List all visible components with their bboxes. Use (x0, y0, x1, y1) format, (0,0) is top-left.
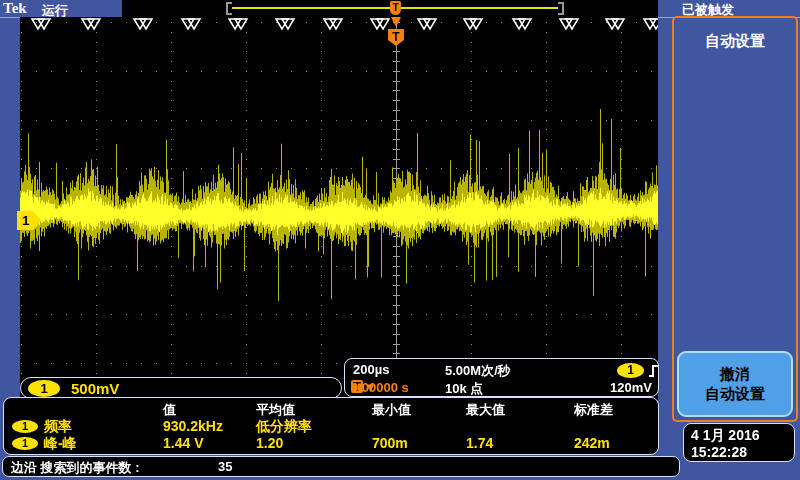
preview-trigger-marker-icon: T (390, 1, 401, 15)
tek-logo: Tek (3, 0, 27, 17)
date-label: 4 1月 2016 (691, 427, 760, 445)
channel1-vertical-scale: 500mV (71, 380, 119, 397)
measurement-mean: 1.20 (256, 435, 283, 451)
undo-autoset-button[interactable]: 撤消 自动设置 (677, 351, 793, 417)
trigger-level: 120mV (610, 380, 652, 395)
time-label: 15:22:28 (691, 444, 747, 460)
menu-title-autoset: 自动设置 (674, 32, 796, 51)
acquisition-preview-strip: T (122, 0, 658, 17)
datetime-box: 4 1月 2016 15:22:28 (683, 423, 795, 462)
measurement-max: 1.74 (466, 435, 493, 451)
channel1-position-label: 1 (22, 213, 29, 228)
search-events-count: 35 (218, 459, 232, 474)
measurement-value: 1.44 V (163, 435, 203, 451)
channel1-badge: 1 (12, 420, 38, 433)
col-header-stddev: 标准差 (574, 401, 613, 419)
record-length: 10k 点 (445, 380, 483, 398)
channel1-badge: 1 (12, 437, 38, 450)
measurement-name: 频率 (44, 418, 72, 436)
measurement-value: 930.2kHz (163, 418, 223, 434)
undo-autoset-label-line1: 撤消 (679, 364, 791, 384)
col-header-mean: 平均值 (256, 401, 295, 419)
measurement-table: 值 平均值 最小值 最大值 标准差 1 频率 930.2kHz 低分辨率 1 峰… (3, 397, 659, 455)
horizontal-scale: 200µs (353, 362, 389, 377)
col-header-value: 值 (163, 401, 176, 419)
oscilloscope-screen: Tek 运行 T 已被触发 1 200µs 5.00M次/秒 1 T→▼0.00… (0, 0, 800, 480)
graticule-canvas (20, 17, 658, 400)
rising-edge-icon (648, 363, 660, 381)
measurement-std: 242m (574, 435, 610, 451)
trigger-position-value: 0.00000 s (351, 380, 409, 395)
side-menu-autoset: 自动设置 撤消 自动设置 (672, 16, 798, 422)
undo-autoset-label-line2: 自动设置 (679, 384, 791, 404)
sample-rate: 5.00M次/秒 (445, 362, 511, 380)
timebase-trigger-box: 200µs 5.00M次/秒 1 T→▼0.00000 s 10k 点 120m… (344, 358, 659, 397)
search-status-bar: 边沿 搜索到的事件数 : 35 (2, 456, 680, 477)
col-header-min: 最小值 (372, 401, 411, 419)
measurement-name: 峰-峰 (44, 435, 77, 453)
channel1-badge: 1 (28, 380, 60, 397)
measurement-mean: 低分辨率 (256, 418, 312, 436)
channel1-badge: 1 (617, 363, 644, 378)
measurement-min: 700m (372, 435, 408, 451)
channel1-scale-box: 1 500mV (20, 377, 342, 399)
col-header-max: 最大值 (466, 401, 505, 419)
search-events-label: 边沿 搜索到的事件数 : (11, 459, 140, 477)
preview-right-bracket-icon (558, 2, 564, 15)
